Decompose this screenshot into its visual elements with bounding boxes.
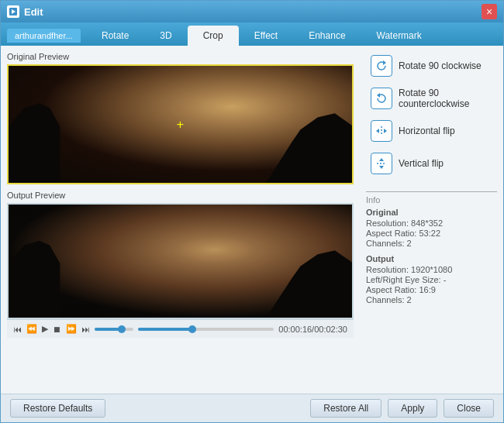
output-video-scene <box>9 205 352 318</box>
original-video-scene <box>9 66 352 183</box>
output-label: Output <box>366 254 497 263</box>
person-left-silhouette <box>9 89 112 183</box>
volume-bar[interactable] <box>95 328 133 331</box>
time-display: 00:00:16/00:02:30 <box>278 325 347 334</box>
tab-rotate[interactable]: Rotate <box>86 26 144 46</box>
hflip-icon <box>371 120 392 142</box>
svg-marker-9 <box>379 166 384 169</box>
hflip-label: Horizontal flip <box>399 126 455 136</box>
stop-button[interactable]: ⏹ <box>53 325 61 334</box>
close-dialog-button[interactable]: Close <box>444 399 494 418</box>
tab-3d[interactable]: 3D <box>144 26 187 46</box>
main-window: Edit × arthurandfher... Rotate 3D Crop E… <box>0 0 504 423</box>
hflip-button[interactable]: Horizontal flip <box>366 117 497 145</box>
tab-crop[interactable]: Crop <box>188 26 239 46</box>
vflip-icon <box>371 153 392 174</box>
play-button[interactable]: ▶ <box>42 324 48 334</box>
bottom-bar: Restore Defaults Restore All Apply Close <box>1 394 503 422</box>
rotate-cw-label: Rotate 90 clockwise <box>399 60 482 71</box>
rotate-ccw-icon <box>371 88 392 109</box>
close-button[interactable]: × <box>482 4 497 19</box>
output-lr-size: Left/Right Eye Size: - <box>366 275 497 284</box>
apply-button[interactable]: Apply <box>388 399 437 418</box>
info-title: Info <box>366 195 497 205</box>
output-aspect: Aspect Ratio: 16:9 <box>366 285 497 294</box>
restore-all-button[interactable]: Restore All <box>310 399 381 418</box>
rotate-cw-icon <box>371 55 392 77</box>
window-title: Edit <box>24 6 482 18</box>
info-section: Info Original Resolution: 848*352 Aspect… <box>366 188 497 305</box>
progress-fill <box>138 328 192 331</box>
rotate-ccw-button[interactable]: Rotate 90 counterclockwise <box>366 84 497 112</box>
info-divider <box>366 191 497 192</box>
output-person-left <box>9 227 112 318</box>
playback-bar: ⏮ ⏪ ▶ ⏹ ⏩ ⏭ 00:00:16/00:02:30 <box>7 319 354 338</box>
output-preview <box>7 203 354 319</box>
output-resolution: Resolution: 1920*1080 <box>366 265 497 274</box>
svg-marker-2 <box>383 60 386 65</box>
progress-bar[interactable] <box>138 328 274 331</box>
tab-enhance[interactable]: Enhance <box>293 26 361 46</box>
restore-defaults-container: Restore Defaults <box>10 399 304 418</box>
rotate-ccw-label: Rotate 90 counterclockwise <box>399 88 492 109</box>
output-info-group: Output Resolution: 1920*1080 Left/Right … <box>366 254 497 304</box>
svg-marker-6 <box>384 129 387 133</box>
person-right-silhouette <box>266 101 352 183</box>
svg-marker-8 <box>379 158 384 161</box>
content-area: Original Preview + Output Preview ⏮ ⏪ <box>1 46 503 394</box>
original-channels: Channels: 2 <box>366 239 497 248</box>
vflip-label: Vertical flip <box>399 158 444 169</box>
step-back-button[interactable]: ⏪ <box>26 324 37 334</box>
rotate-cw-button[interactable]: Rotate 90 clockwise <box>366 52 497 80</box>
volume-thumb <box>118 325 126 333</box>
original-resolution: Resolution: 848*352 <box>366 218 497 228</box>
svg-marker-3 <box>377 93 380 98</box>
tab-list: Rotate 3D Crop Effect Enhance Watermark <box>86 26 437 46</box>
original-aspect: Aspect Ratio: 53:22 <box>366 229 497 238</box>
skip-forward-button[interactable]: ⏭ <box>81 325 90 334</box>
tab-effect[interactable]: Effect <box>239 26 293 46</box>
output-channels: Channels: 2 <box>366 295 497 304</box>
skip-back-button[interactable]: ⏮ <box>13 325 22 334</box>
vflip-button[interactable]: Vertical flip <box>366 150 497 177</box>
left-panel: Original Preview + Output Preview ⏮ ⏪ <box>1 46 360 394</box>
tab-watermark[interactable]: Watermark <box>361 26 437 46</box>
step-forward-button[interactable]: ⏩ <box>66 324 77 334</box>
restore-defaults-button[interactable]: Restore Defaults <box>10 399 105 418</box>
file-tab[interactable]: arthurandfher... <box>7 29 81 43</box>
title-bar: Edit × <box>1 1 503 22</box>
original-label: Original <box>366 208 497 217</box>
right-panel: Rotate 90 clockwise Rotate 90 counterclo… <box>360 46 503 394</box>
original-preview: + <box>7 64 354 184</box>
app-icon <box>7 5 19 18</box>
output-person-right <box>266 239 352 318</box>
progress-thumb <box>188 325 196 333</box>
tab-bar: arthurandfher... Rotate 3D Crop Effect E… <box>1 22 503 46</box>
original-preview-label: Original Preview <box>7 52 354 61</box>
output-preview-label: Output Preview <box>7 191 354 200</box>
svg-marker-5 <box>376 129 379 133</box>
